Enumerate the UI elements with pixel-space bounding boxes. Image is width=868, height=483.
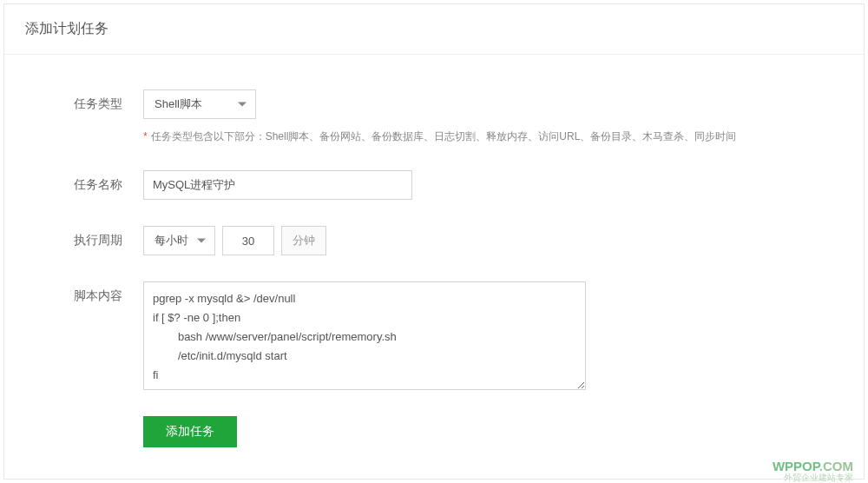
required-star: *: [143, 130, 148, 142]
row-task-name: 任务名称: [74, 170, 843, 200]
chevron-down-icon: [238, 103, 247, 107]
cycle-select[interactable]: 每小时: [143, 226, 215, 255]
label-empty: [74, 416, 143, 423]
panel-title: 添加计划任务: [4, 4, 864, 55]
row-task-type: 任务类型 Shell脚本 *任务类型包含以下部分：Shell脚本、备份网站、备份…: [74, 89, 843, 144]
controls-submit: 添加任务: [143, 416, 843, 447]
task-type-value: Shell脚本: [155, 96, 202, 112]
row-cycle: 执行周期 每小时 分钟: [74, 226, 843, 255]
add-task-button[interactable]: 添加任务: [143, 416, 237, 447]
task-type-hint: *任务类型包含以下部分：Shell脚本、备份网站、备份数据库、日志切割、释放内存…: [143, 129, 843, 144]
chevron-down-icon: [197, 239, 206, 243]
row-script: 脚本内容 pgrep -x mysqld &> /dev/null if [ $…: [74, 281, 843, 390]
controls-cycle: 每小时 分钟: [143, 226, 843, 255]
label-script: 脚本内容: [74, 281, 143, 304]
label-cycle: 执行周期: [74, 226, 143, 248]
controls-task-name: [143, 170, 843, 200]
label-task-name: 任务名称: [74, 170, 143, 193]
watermark-sub: 外贸企业建站专家: [784, 472, 853, 483]
add-cron-panel: 添加计划任务 任务类型 Shell脚本 *任务类型包含以下部分：Shell脚本、…: [3, 3, 865, 480]
row-submit: 添加任务: [74, 416, 843, 447]
task-name-input[interactable]: [143, 170, 412, 200]
task-type-select[interactable]: Shell脚本: [143, 89, 256, 119]
form-area: 任务类型 Shell脚本 *任务类型包含以下部分：Shell脚本、备份网站、备份…: [4, 55, 864, 483]
hint-content: 任务类型包含以下部分：Shell脚本、备份网站、备份数据库、日志切割、释放内存、…: [151, 130, 737, 142]
script-textarea[interactable]: pgrep -x mysqld &> /dev/null if [ $? -ne…: [143, 281, 586, 390]
cycle-number-input[interactable]: [222, 226, 274, 255]
cycle-value: 每小时: [155, 233, 188, 248]
controls-task-type: Shell脚本 *任务类型包含以下部分：Shell脚本、备份网站、备份数据库、日…: [143, 89, 843, 144]
controls-script: pgrep -x mysqld &> /dev/null if [ $? -ne…: [143, 281, 843, 390]
label-task-type: 任务类型: [74, 89, 143, 112]
cycle-unit: 分钟: [281, 226, 326, 255]
